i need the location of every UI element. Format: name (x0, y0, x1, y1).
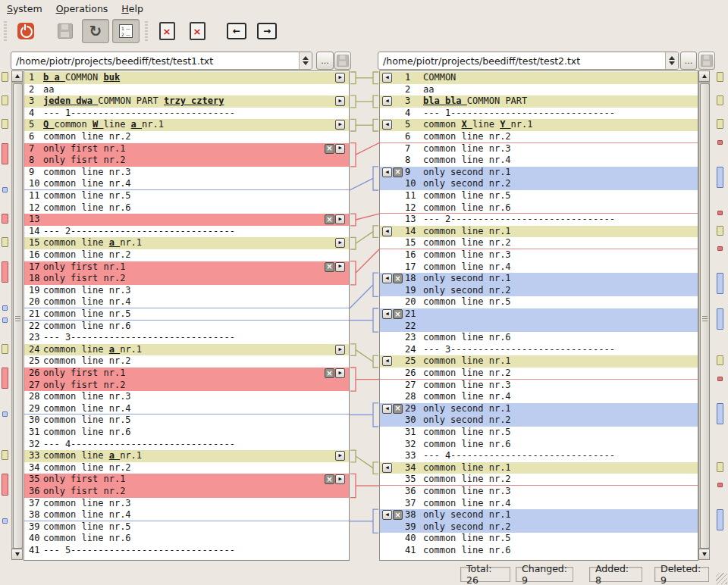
insertion-point-mark (2, 518, 8, 524)
right-diff-pane[interactable]: 1COMMON◀2aa3bla bla COMMON PART◀4--- 1--… (379, 70, 698, 561)
apply-to-right-button[interactable]: ▶ (335, 73, 345, 83)
remove-first-button[interactable]: × (153, 19, 180, 43)
left-diff-pane[interactable]: 1b a COMMON buk▶2aa3jeden dwa COMMON PAR… (24, 70, 350, 561)
left-file-combo-spinner[interactable] (299, 52, 312, 69)
apply-to-right-button[interactable]: ▶ (335, 238, 345, 248)
scrollbar-thumb[interactable] (700, 83, 710, 549)
delete-chunk-button[interactable]: × (393, 309, 403, 319)
left-file-path: /home/piotr/projects/beediff/test/test1.… (11, 55, 299, 67)
diff-connector-map (350, 71, 379, 560)
scroll-down-button[interactable] (11, 549, 23, 560)
left-overview-gutter[interactable] (1, 70, 10, 560)
apply-to-left-button[interactable]: ◀ (382, 356, 392, 366)
scrollbar-trough[interactable] (11, 82, 23, 549)
menu-operations[interactable]: Operations (49, 1, 115, 17)
merge-to-right-button[interactable]: → (253, 19, 281, 43)
toolbar-grip[interactable] (143, 21, 149, 41)
line-number: 39 (29, 521, 39, 533)
apply-to-right-button[interactable]: ▶ (335, 451, 345, 461)
line-number: 12 (29, 202, 39, 214)
line-number: 5 (29, 119, 34, 131)
right-browse-button[interactable]: ... (680, 52, 697, 70)
line-text: common line nr.6 (423, 439, 511, 451)
apply-to-right-button[interactable]: ▶ (335, 144, 345, 154)
line-numbers-button[interactable]: 1 —2 — (112, 19, 140, 43)
apply-to-right-button[interactable]: ▶ (335, 474, 345, 484)
line-number: 12 (405, 202, 416, 214)
line-number: 37 (29, 498, 39, 510)
line-text: only fisrt nr.2 (43, 273, 125, 285)
diff-line-right-29: 29only second nr.1◀× (380, 403, 698, 415)
apply-to-left-button[interactable]: ◀ (382, 404, 392, 414)
delete-chunk-button[interactable]: × (325, 144, 334, 154)
merge-to-left-button[interactable]: ← (223, 19, 250, 43)
line-text: common line nr.5 (43, 415, 131, 427)
line-number: 9 (29, 167, 34, 179)
right-save-button[interactable] (698, 52, 715, 70)
recompare-button[interactable]: ↻ (82, 19, 109, 43)
menu-system[interactable]: System (0, 1, 49, 17)
resize-grip[interactable] (716, 573, 727, 584)
line-text: common line nr.1 (423, 462, 511, 474)
apply-to-left-button[interactable]: ◀ (382, 510, 392, 520)
scroll-up-button[interactable] (11, 70, 23, 82)
right-file-combo[interactable]: /home/piotr/projects/beediff/test/test2.… (378, 52, 679, 70)
line-number: 28 (405, 391, 416, 403)
save-button[interactable] (52, 19, 79, 43)
delete-chunk-button[interactable]: × (393, 404, 403, 414)
line-text: common line nr.5 (43, 521, 131, 533)
apply-to-left-button[interactable]: ◀ (382, 274, 392, 283)
scrollbar-trough[interactable] (698, 82, 710, 549)
left-save-button[interactable] (334, 52, 351, 70)
added-mark (717, 509, 723, 530)
quit-button[interactable] (12, 19, 39, 43)
apply-to-left-button[interactable]: ◀ (382, 167, 392, 177)
delete-chunk-button[interactable]: × (325, 474, 334, 484)
apply-to-right-button[interactable]: ▶ (335, 214, 345, 224)
remove-second-button[interactable]: × (184, 19, 211, 43)
apply-to-right-button[interactable]: ▶ (335, 262, 345, 272)
apply-to-left-button[interactable]: ◀ (382, 463, 392, 473)
delete-chunk-button[interactable]: × (393, 274, 403, 283)
apply-to-right-button[interactable]: ▶ (335, 96, 345, 106)
toolbar-grip[interactable] (2, 21, 8, 41)
delete-chunk-button[interactable]: × (393, 167, 403, 177)
scroll-up-button[interactable] (698, 70, 710, 82)
left-scrollbar[interactable] (11, 70, 23, 560)
arrow-up-icon (15, 74, 20, 78)
delete-chunk-button[interactable]: × (325, 214, 334, 224)
apply-to-left-button[interactable]: ◀ (382, 309, 392, 319)
left-file-combo[interactable]: /home/piotr/projects/beediff/test/test1.… (11, 52, 312, 70)
diff-line-left-39: 39common line nr.5 (24, 521, 349, 533)
diff-line-left-29: 29common line nr.4 (24, 403, 349, 415)
diff-line-right-32: 32common line nr.6 (380, 439, 698, 451)
delete-chunk-button[interactable]: × (393, 510, 403, 520)
line-text: --- 4------------------------------ (423, 450, 615, 462)
delete-chunk-button[interactable]: × (325, 262, 334, 272)
right-scrollbar[interactable] (698, 70, 710, 560)
apply-to-left-button[interactable]: ◀ (382, 227, 392, 236)
deleted-mark (2, 143, 8, 164)
apply-to-right-button[interactable]: ▶ (335, 368, 345, 378)
apply-to-left-button[interactable]: ◀ (382, 73, 392, 83)
right-overview-gutter[interactable] (716, 70, 725, 560)
apply-to-left-button[interactable]: ◀ (382, 120, 392, 130)
apply-to-right-button[interactable]: ▶ (335, 120, 345, 130)
spin-up-icon (303, 56, 309, 60)
line-number: 21 (405, 308, 416, 321)
line-text: common line nr.3 (43, 285, 131, 297)
right-file-combo-spinner[interactable] (665, 52, 678, 69)
line-text: only second nr.1 (423, 403, 511, 415)
scrollbar-thumb[interactable] (13, 83, 23, 549)
left-browse-button[interactable]: ... (316, 52, 334, 70)
line-text: aa (423, 84, 434, 96)
document-delete-icon: × (190, 22, 206, 40)
line-number: 27 (405, 380, 416, 392)
scroll-down-button[interactable] (698, 549, 710, 560)
menu-help[interactable]: Help (115, 1, 150, 17)
line-text: only fisrt nr.2 (43, 155, 125, 167)
diff-line-left-16: 16common line nr.2 (24, 249, 349, 261)
apply-to-right-button[interactable]: ▶ (335, 345, 345, 355)
delete-chunk-button[interactable]: × (325, 368, 334, 378)
apply-to-left-button[interactable]: ◀ (382, 96, 392, 106)
